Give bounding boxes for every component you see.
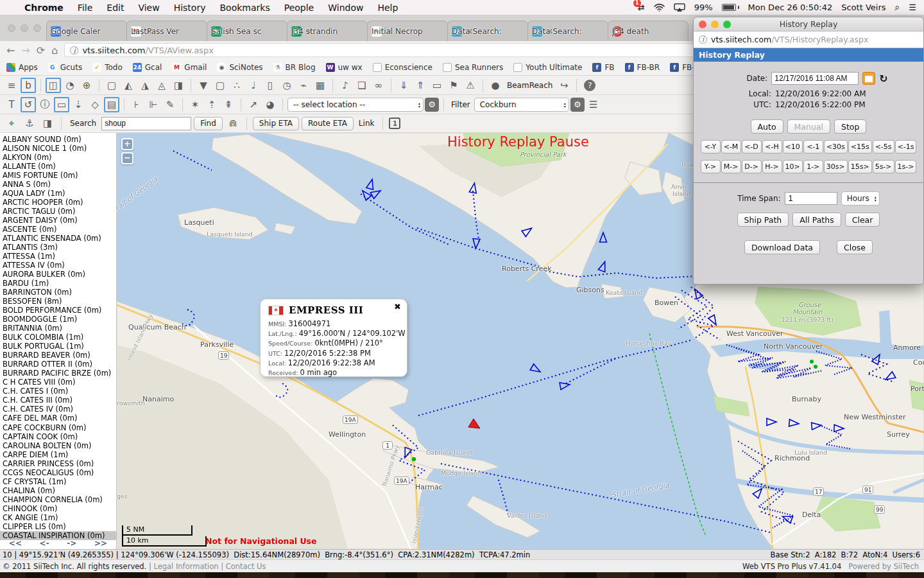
browser-tab[interactable]: MLastPass Ver✕ — [126, 21, 207, 41]
menu-item-history[interactable]: History — [174, 3, 206, 13]
menu-item-people[interactable]: People — [284, 3, 314, 13]
callout-icon[interactable]: ▭ — [54, 97, 69, 112]
route-eta-button[interactable]: Route ETA — [302, 117, 354, 130]
vessel-row[interactable]: BOLD PERFORMANCE (0m) — [3, 306, 116, 315]
auto-button[interactable]: Auto — [751, 119, 783, 134]
contact-link[interactable]: Contact Us — [226, 562, 266, 571]
window-title-bar[interactable]: History Replay — [694, 17, 923, 31]
refresh-icon[interactable]: ↻ — [879, 73, 887, 85]
warning-icon[interactable]: ⚠ — [463, 78, 478, 93]
browser-tab[interactable]: ▣Data Search:✕ — [527, 21, 608, 41]
step-forward-button[interactable]: Y-> — [701, 160, 721, 173]
target-icon[interactable]: ◇ — [87, 97, 103, 112]
menu-clock[interactable]: Mon Dec 26 0:50:42 — [748, 3, 833, 12]
track-nodes-icon[interactable]: ∴ — [229, 78, 244, 93]
back-button[interactable]: ← — [6, 44, 15, 57]
step-back-button[interactable]: <10 — [783, 140, 803, 153]
signout-icon[interactable]: ↪ — [556, 78, 572, 93]
bookmark-scinotes[interactable]: ◉SciNotes — [217, 63, 262, 72]
step-back-button[interactable]: <-1s — [895, 140, 917, 153]
step-back-button[interactable]: <-5s — [873, 140, 894, 153]
step-forward-button[interactable]: H-> — [762, 160, 782, 173]
bookmark-apps[interactable]: Apps — [6, 63, 38, 72]
spotlight-icon[interactable]: ⌕ — [895, 2, 900, 13]
pin-icon[interactable]: ⇣ — [71, 97, 86, 112]
vessel-row[interactable]: CHINOOK (0m) — [3, 504, 116, 513]
vessel-row[interactable]: C.H. CATES I (0m) — [3, 387, 116, 396]
page-number-icon[interactable]: 1 — [389, 118, 400, 129]
all-paths-button[interactable]: All Paths — [792, 213, 841, 227]
bing-maps-icon[interactable]: b — [21, 78, 36, 93]
vessel-row[interactable]: CAPTAIN COOK (0m) — [3, 432, 116, 441]
calendar-picker-icon[interactable] — [862, 72, 875, 85]
wifi-icon[interactable] — [654, 3, 665, 12]
beacon-icon[interactable]: ⇡ — [204, 97, 219, 112]
page-info-icon[interactable]: i — [699, 35, 707, 44]
time-span-unit-select[interactable]: Hours▴ ▾ — [841, 191, 880, 206]
search-input[interactable] — [101, 117, 191, 130]
browser-tab[interactable]: ▦Salish Sea sc✕ — [207, 21, 287, 41]
vessel-row[interactable]: BESSOFEN (8m) — [3, 297, 116, 306]
light-icon[interactable]: ✶ — [187, 97, 203, 112]
vessel-row[interactable]: BOOMDOGGLE (1m) — [3, 315, 116, 324]
bookmark-sea-runners[interactable]: Sea Runners — [443, 63, 503, 72]
wind-barb-icon[interactable]: ⊩ — [146, 97, 161, 112]
vessel-row[interactable]: ANNA S (0m) — [3, 180, 116, 189]
bookmark-todo[interactable]: ✔Todo — [92, 63, 123, 72]
link-label[interactable]: Link — [359, 119, 375, 128]
vessel-row[interactable]: BULK PORTUGAL (1m) — [3, 342, 116, 351]
browser-tab[interactable]: ▦J34 strandin✕ — [287, 21, 368, 41]
step-back-button[interactable]: <30s — [824, 140, 848, 153]
browser-tab[interactable]: ●J34 death✕ — [608, 21, 689, 41]
vessel-row[interactable]: BRITANNIA (0m) — [3, 324, 116, 333]
page-info-icon[interactable]: i — [70, 46, 78, 55]
reload-button[interactable]: ⟳ — [37, 44, 45, 57]
find-button[interactable]: Find — [194, 117, 223, 130]
bookmark-gmail[interactable]: MGmail — [172, 63, 207, 72]
ship-path-button[interactable]: Ship Path — [737, 213, 789, 227]
bookmark-youth-ultimate[interactable]: Youth Ultimate — [513, 63, 582, 72]
fuel-icon[interactable]: ◨ — [40, 116, 55, 131]
pane-icon[interactable]: ◨ — [171, 78, 186, 93]
zoom-window-button[interactable] — [723, 21, 731, 28]
step-forward-button[interactable]: 1-> — [803, 160, 823, 173]
vessel-row[interactable]: BARDU (1m) — [3, 279, 116, 288]
filter-settings-button[interactable]: ⚙ — [570, 98, 585, 112]
zoom-extents-icon[interactable]: ◭ — [121, 78, 136, 93]
notification-badge-icon[interactable]: ⇄1 — [638, 3, 645, 12]
date-input[interactable] — [771, 72, 859, 85]
bookmark-fb[interactable]: fFB — [592, 63, 614, 72]
table-icon[interactable]: ▦ — [312, 78, 328, 93]
vessel-row[interactable]: CAROLINA BOLTEN (0m) — [3, 441, 116, 450]
step-back-button[interactable]: <-M — [721, 140, 741, 153]
step-back-button[interactable]: <-Y — [701, 140, 721, 153]
zoom-in-button[interactable]: + — [121, 138, 133, 150]
document-icon[interactable]: ▯ — [262, 78, 278, 93]
forward-button[interactable]: → — [21, 44, 30, 57]
vessel-row[interactable]: BURRARD PACIFIC BRZE (0m) — [3, 369, 116, 378]
popup-close-icon[interactable]: ✖ — [394, 302, 401, 311]
ship-eta-button[interactable]: Ship ETA — [253, 117, 299, 130]
ship-icon[interactable]: ⚓ — [22, 116, 37, 131]
menu-item-help[interactable]: Help — [377, 3, 398, 13]
menu-item-window[interactable]: Window — [328, 3, 363, 13]
vessel-row[interactable]: ATTESSA (1m) — [3, 252, 116, 261]
browser-tab[interactable]: 26Google Caler✕ — [46, 21, 127, 41]
zoom-window-icon[interactable]: ◮ — [137, 78, 153, 93]
pager-button[interactable]: >> — [94, 539, 107, 548]
split-view-icon[interactable]: ◫ — [46, 78, 61, 93]
vessel-row[interactable]: ATLANTIS (3m) — [3, 243, 116, 252]
location-settings-button[interactable]: ⚙ — [425, 98, 439, 112]
buoy-icon[interactable]: ⇞ — [221, 97, 236, 112]
vessel-row[interactable]: AQUA LADY (1m) — [3, 189, 116, 198]
import-icon[interactable]: ⇓ — [396, 78, 411, 93]
filter-funnel-icon[interactable]: ▼ — [196, 78, 211, 93]
vessel-row[interactable]: ATTESSA IV (0m) — [3, 261, 116, 270]
vessel-row[interactable]: ARCTIC TAGLU (0m) — [3, 207, 116, 216]
bell-icon[interactable]: ♩ — [246, 78, 261, 93]
step-forward-button[interactable]: M-> — [721, 160, 741, 173]
location-select[interactable]: -- select location --▴ ▾ — [287, 98, 424, 112]
vessel-row[interactable]: CCGS NEOCALIGUS (0m) — [3, 468, 116, 477]
vessel-row[interactable]: BURRARD OTTER II (0m) — [3, 360, 116, 369]
vessel-row[interactable]: CLIPPER LIS (0m) — [3, 522, 116, 531]
